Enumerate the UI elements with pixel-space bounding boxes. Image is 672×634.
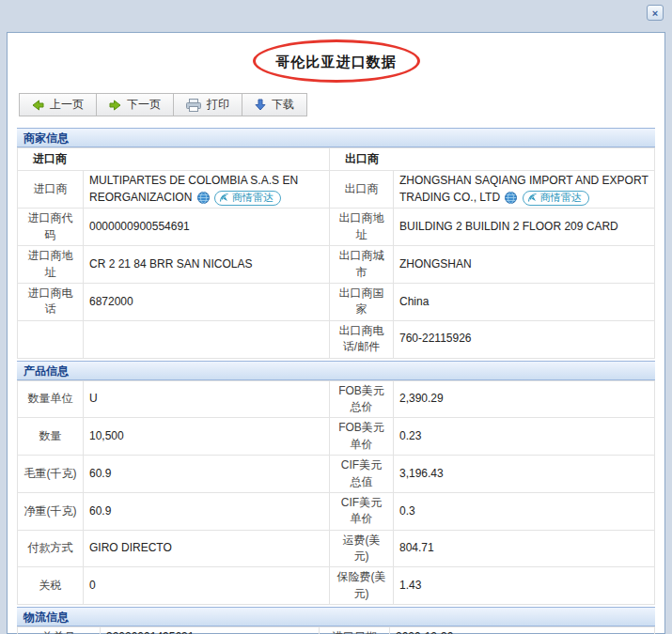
product-section-header: 产品信息 [17,361,655,380]
table-row: 进口商代码 0000000900554691 出口商地址 BUILDING 2 … [18,209,655,246]
logistics-section-header: 物流信息 [17,607,655,626]
field-label: 毛重(千克) [18,456,84,493]
download-label: 下载 [272,97,294,113]
table-row: 毛重(千克) 60.9 CIF美元总值 3,196.43 [18,456,655,493]
table-row: 进口商电话 6872000 出口商国家 China [18,283,655,320]
importer-col-header: 进口商 [18,148,330,171]
field-value: 3,196.43 [394,456,655,493]
field-value: 6872000 [84,283,330,320]
field-label: 关单号 [18,627,101,634]
field-value: 1.43 [394,567,655,605]
radar-badge[interactable]: 商情雷达 [523,191,589,206]
field-label: 进口商地址 [18,246,84,284]
field-value: 10,500 [84,418,330,456]
field-label: 付款方式 [18,530,84,567]
field-value: China [394,283,655,320]
field-value: 0.3 [394,492,655,530]
field-value: 804.71 [394,530,655,567]
field-value: 2,390.29 [394,380,655,418]
exporter-col-header: 出口商 [330,148,655,171]
next-page-label: 下一页 [127,97,161,113]
product-table: 数量单位 U FOB美元总价 2,390.29 数量 10,500 FOB美元单… [17,380,655,606]
table-row: 出口商电话/邮件 760-22115926 [18,320,655,358]
field-label: 出口商城市 [330,246,394,284]
field-value: 0000000900554691 [84,209,330,246]
merchant-subheader-row: 进口商 出口商 [18,148,655,171]
field-label: FOB美元单价 [330,418,394,456]
field-value: ZHONGSHAN [394,246,655,284]
field-label [18,320,84,358]
field-label: 保险费(美元) [330,567,394,605]
close-button[interactable]: × [647,5,664,21]
merchant-table: 进口商 出口商 进口商 MULTIPARTES DE COLOMBIA S.A.… [17,147,655,359]
section-product: 产品信息 数量单位 U FOB美元总价 2,390.29 数量 10,500 F… [17,361,655,606]
field-label: 净重(千克) [18,492,84,530]
field-value: 0.23 [394,418,655,456]
field-label: 进口日期 [320,627,390,634]
radar-icon [219,193,229,203]
table-row: 数量单位 U FOB美元总价 2,390.29 [18,380,655,418]
merchant-section-header: 商家信息 [17,128,655,147]
field-value: 760-22115926 [394,320,655,358]
field-value: 2020-12-30 [390,627,655,634]
prev-page-button[interactable]: 上一页 [19,93,97,116]
field-label: 关税 [18,567,84,605]
exporter-name-cell: ZHONGSHAN SAQIANG IMPORT AND EXPORT TRAD… [394,171,655,209]
next-page-button[interactable]: 下一页 [96,93,174,116]
radar-badge-label: 商情雷达 [232,191,273,206]
page: { "window": { "close_icon": "×" }, "page… [0,0,672,634]
field-value: 0 [84,567,330,605]
table-row: 进口商地址 CR 2 21 84 BRR SAN NICOLAS 出口商城市 Z… [18,246,655,284]
table-row: 净重(千克) 60.9 CIF美元单价 0.3 [18,492,655,530]
table-row: 数量 10,500 FOB美元单价 0.23 [18,418,655,456]
detail-panel: 哥伦比亚进口数据 上一页 下一页 打印 [7,32,665,634]
field-label: CIF美元单价 [330,492,394,530]
table-row: 关税 0 保险费(美元) 1.43 [18,567,655,605]
printer-icon [186,99,201,112]
field-value: U [84,380,330,418]
importer-name-cell: MULTIPARTES DE COLOMBIA S.A.S EN REORGAN… [84,171,330,209]
field-value: 32020001495631 [101,627,320,634]
blue-arrow-down-icon [255,99,266,111]
field-value: GIRO DIRECTO [84,530,330,567]
field-value: 60.9 [84,492,330,530]
field-label: 数量 [18,418,84,456]
logistics-table: 关单号 32020001495631 进口日期 2020-12-30 HS编码 … [17,626,655,634]
toolbar: 上一页 下一页 打印 下载 [19,93,655,116]
table-row: 进口商 MULTIPARTES DE COLOMBIA S.A.S EN REO… [18,171,655,209]
section-merchant: 商家信息 进口商 出口商 进口商 MULTIPARTES DE COLOMBIA… [17,128,655,359]
green-arrow-left-icon [32,100,44,111]
field-label: 运费(美元) [330,530,394,567]
prev-page-label: 上一页 [50,97,84,113]
field-label: 出口商 [330,171,394,209]
radar-badge-label: 商情雷达 [540,191,582,206]
field-label: 出口商国家 [330,283,394,320]
radar-icon [527,193,538,203]
section-logistics: 物流信息 关单号 32020001495631 进口日期 2020-12-30 … [17,607,655,634]
field-value: BUILDING 2 BUILDIN 2 FLOOR 209 CARD [394,209,655,246]
field-label: 进口商代码 [18,209,84,246]
green-arrow-right-icon [109,100,121,111]
field-label: 出口商地址 [330,209,394,246]
field-value: CR 2 21 84 BRR SAN NICOLAS [84,246,330,284]
field-label: CIF美元总值 [330,456,394,493]
table-row: 付款方式 GIRO DIRECTO 运费(美元) 804.71 [18,530,655,567]
print-button[interactable]: 打印 [173,93,242,116]
field-label: 数量单位 [18,380,84,418]
field-value: 60.9 [84,456,330,493]
field-value [84,320,330,358]
field-label: 进口商 [18,171,84,209]
globe-icon[interactable] [197,192,210,204]
download-button[interactable]: 下载 [242,93,307,116]
field-label: 进口商电话 [18,283,84,320]
field-label: FOB美元总价 [330,380,394,418]
print-label: 打印 [207,97,229,113]
radar-badge[interactable]: 商情雷达 [214,191,281,206]
table-row: 关单号 32020001495631 进口日期 2020-12-30 [18,627,655,634]
title-area: 哥伦比亚进口数据 [17,33,655,85]
field-label: 出口商电话/邮件 [330,320,394,358]
globe-icon[interactable] [505,192,517,204]
page-title: 哥伦比亚进口数据 [276,48,397,76]
close-icon: × [652,8,658,19]
